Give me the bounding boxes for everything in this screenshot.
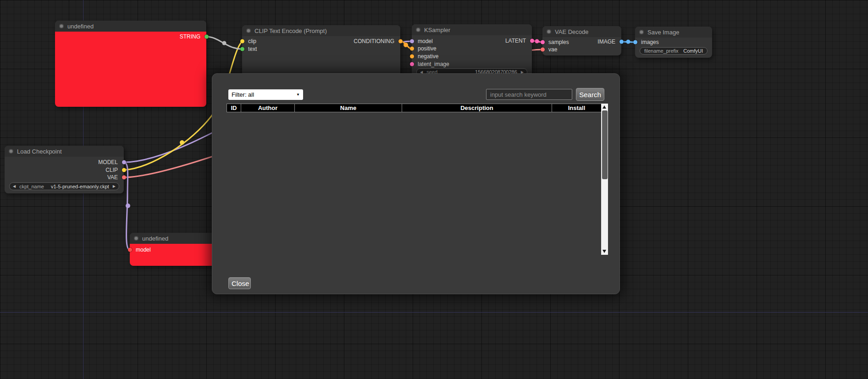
input-slot-negative[interactable]: negative	[412, 53, 532, 60]
arrow-left-icon[interactable]: ◀	[13, 184, 16, 188]
slot-pin[interactable]	[122, 176, 126, 180]
output-slot-string[interactable]: STRING	[55, 33, 206, 40]
widget-value: ComfyUI	[683, 48, 703, 54]
input-slot-text[interactable]: text	[242, 46, 400, 52]
slot-pin[interactable]	[128, 248, 132, 252]
slot-label: latent_image	[418, 61, 449, 67]
ckpt-name-widget[interactable]: ◀ ckpt_name v1-5-pruned-emaonly.ckpt ▶	[9, 182, 119, 190]
output-slot-image[interactable]: IMAGE	[542, 38, 621, 45]
slot-pin[interactable]	[240, 47, 244, 51]
search-input[interactable]	[486, 89, 572, 100]
output-slot-vae[interactable]: VAE	[5, 174, 124, 181]
slot-pin[interactable]	[530, 39, 534, 43]
node-graph-canvas[interactable]: undefined STRING CLIP Text Encode (Promp…	[0, 0, 868, 379]
slot-label: LATENT	[505, 38, 526, 44]
slot-label: STRING	[180, 33, 200, 40]
widget-value: v1-5-pruned-emaonly.ckpt	[51, 184, 109, 189]
slot-label: vae	[548, 46, 557, 53]
node-title: Load Checkpoint	[17, 148, 62, 155]
input-slot-latent-image[interactable]: latent_image	[412, 61, 532, 67]
input-slot-vae[interactable]: vae	[542, 46, 621, 53]
link-midpoint-dot	[404, 43, 408, 47]
collapse-dot-icon[interactable]	[134, 236, 138, 241]
node-vae-decode[interactable]: VAE Decode samples vae IMAGE	[542, 26, 621, 55]
slot-label: negative	[418, 53, 438, 60]
output-slot-model[interactable]: MODEL	[5, 159, 124, 165]
output-slot-latent[interactable]: LATENT	[412, 38, 532, 44]
arrow-right-icon[interactable]: ▶	[113, 184, 116, 188]
link-midpoint-dot	[222, 41, 227, 45]
node-header[interactable]: Load Checkpoint	[5, 146, 124, 157]
caret-down-icon: ▼	[296, 93, 300, 97]
scrollbar-thumb[interactable]	[602, 110, 608, 179]
slot-pin[interactable]	[122, 168, 126, 172]
collapse-dot-icon[interactable]	[547, 29, 551, 34]
slot-pin[interactable]	[410, 47, 414, 51]
extension-manager-dialog: Filter: all ▼ Search IDAuthorNameDescrip…	[212, 73, 620, 294]
slot-pin[interactable]	[633, 40, 637, 44]
slot-label: positive	[418, 45, 437, 52]
node-header[interactable]: Save Image	[635, 27, 712, 38]
extension-table: IDAuthorNameDescriptionInstall	[227, 104, 602, 112]
widget-name: filename_prefix	[644, 48, 679, 54]
node-title: CLIP Text Encode (Prompt)	[254, 27, 327, 34]
slot-pin[interactable]	[410, 62, 414, 66]
input-slot-images[interactable]: images	[635, 39, 712, 45]
slot-label: MODEL	[98, 159, 118, 165]
node-save-image[interactable]: Save Image images filename_prefix ComfyU…	[635, 27, 712, 58]
node-load-checkpoint[interactable]: Load Checkpoint MODEL CLIP VAE ◀ ckpt_na…	[5, 146, 124, 193]
node-error-body	[55, 32, 206, 107]
collapse-dot-icon[interactable]	[416, 27, 420, 32]
wire-string-to-text-input	[206, 37, 242, 49]
filter-dropdown[interactable]: Filter: all ▼	[228, 89, 303, 100]
node-title: Save Image	[647, 29, 679, 36]
node-title: undefined	[142, 235, 168, 242]
node-undefined-top[interactable]: undefined STRING	[55, 21, 206, 107]
slot-pin[interactable]	[122, 160, 126, 165]
link-midpoint-dot	[535, 39, 539, 44]
search-button[interactable]: Search	[576, 88, 604, 101]
collapse-dot-icon[interactable]	[59, 24, 64, 28]
scroll-down-icon[interactable]	[603, 250, 606, 253]
node-clip-text-encode[interactable]: CLIP Text Encode (Prompt) clip text COND…	[242, 25, 400, 80]
node-header[interactable]: VAE Decode	[542, 26, 621, 37]
node-header[interactable]: CLIP Text Encode (Prompt)	[242, 25, 400, 36]
output-slot-conditioning[interactable]: CONDITIONING	[242, 38, 400, 44]
slot-label: model	[136, 247, 151, 253]
slot-label: VAE	[107, 174, 118, 181]
filter-dropdown-label: Filter: all	[232, 91, 254, 98]
collapse-dot-icon[interactable]	[9, 149, 13, 154]
link-midpoint-dot	[626, 40, 630, 44]
column-header: Install	[552, 104, 602, 112]
input-slot-positive[interactable]: positive	[412, 45, 532, 52]
collapse-dot-icon[interactable]	[639, 30, 644, 34]
column-header: Description	[402, 104, 552, 112]
slot-label: text	[248, 46, 257, 52]
slot-pin[interactable]	[541, 48, 545, 52]
slot-pin[interactable]	[205, 35, 209, 39]
node-title: undefined	[67, 23, 94, 30]
scroll-up-icon[interactable]	[603, 105, 606, 109]
node-header[interactable]: undefined	[55, 21, 206, 32]
node-ksampler[interactable]: KSampler model positive negative latent_…	[412, 24, 532, 79]
column-header: Author	[241, 104, 295, 112]
column-header: Name	[295, 104, 402, 112]
close-button[interactable]: Close	[228, 277, 251, 289]
canvas-guide-horizontal	[0, 312, 868, 313]
table-scrollbar[interactable]	[601, 104, 608, 255]
slot-pin[interactable]	[398, 39, 403, 44]
column-header: ID	[227, 104, 241, 112]
slot-label: CLIP	[105, 167, 118, 173]
node-title: VAE Decode	[555, 28, 588, 35]
filename-prefix-widget[interactable]: filename_prefix ComfyUI	[640, 47, 708, 55]
node-header[interactable]: KSampler	[412, 24, 532, 35]
link-midpoint-dot	[180, 140, 184, 145]
collapse-dot-icon[interactable]	[246, 28, 251, 33]
slot-label: CONDITIONING	[354, 38, 394, 44]
slot-label: IMAGE	[597, 38, 615, 45]
slot-pin[interactable]	[410, 55, 414, 59]
node-title: KSampler	[424, 27, 450, 33]
slot-pin[interactable]	[619, 40, 624, 44]
output-slot-clip[interactable]: CLIP	[5, 167, 124, 173]
slot-label: images	[641, 39, 659, 45]
